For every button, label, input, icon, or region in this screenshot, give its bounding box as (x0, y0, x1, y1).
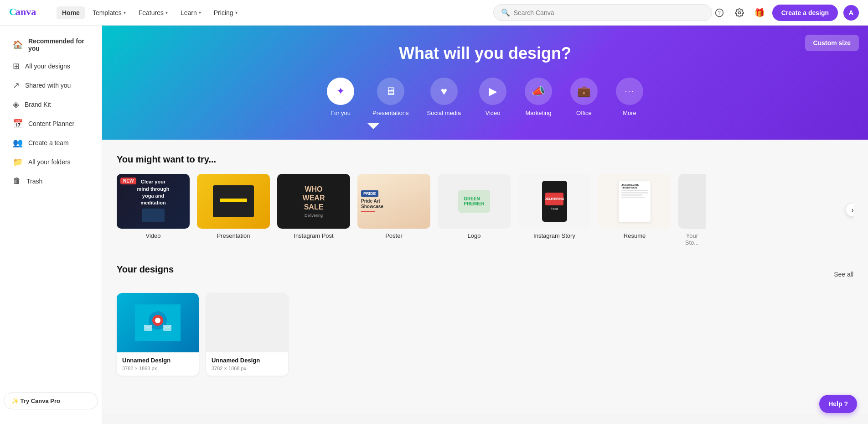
hero-banner: Custom size What will you design? ✦ For … (102, 26, 868, 140)
designs-section-title: Your designs (117, 264, 174, 275)
hero-icons-row: ✦ For you 🖥 Presentations ♥ Social m (129, 78, 841, 120)
avatar[interactable]: A (843, 5, 859, 21)
design-thumb-2 (206, 293, 288, 352)
hero-title: What will you design? (129, 44, 841, 63)
templates-row: NEW Clear yourmind throughyoga andmedita… (117, 174, 853, 246)
hero-icon-for-you[interactable]: ✦ For you (327, 78, 354, 120)
see-all-link[interactable]: See all (834, 271, 853, 278)
template-card-video[interactable]: NEW Clear yourmind throughyoga andmedita… (117, 174, 190, 246)
sidebar-item-brand-kit[interactable]: ◈ Brand Kit (4, 95, 98, 114)
hero-icon-more[interactable]: ··· More (616, 78, 643, 120)
sidebar-item-all-designs[interactable]: ⊞ All your designs (4, 57, 98, 76)
presentation-label-text: Presentation (197, 232, 270, 239)
carousel-next-button[interactable]: › (846, 204, 853, 216)
heart-icon: ♥ (441, 85, 447, 98)
template-card-your-story[interactable]: Your Sto... (678, 174, 706, 246)
team-icon: 👥 (13, 138, 23, 148)
nav-pricing[interactable]: Pricing ▾ (208, 6, 243, 19)
video-icon: ▶ (489, 85, 497, 98)
hero-icon-video[interactable]: ▶ Video (479, 78, 506, 120)
star-icon: ✦ (336, 85, 345, 97)
design-card-1[interactable]: Unnamed Design 3782 × 1868 px (117, 293, 199, 376)
topnav: C anva Home Templates ▾ Features ▾ Learn… (0, 0, 868, 26)
nav-templates[interactable]: Templates ▾ (87, 6, 131, 19)
chevron-down-icon: ▾ (235, 10, 238, 15)
poster-label-text: Poster (357, 232, 430, 239)
create-design-button[interactable]: Create a design (772, 5, 838, 21)
search-input[interactable] (514, 9, 704, 16)
gift-icon-btn[interactable]: 🎁 (752, 5, 767, 20)
help-icon-btn[interactable]: ? (712, 5, 727, 20)
nav-features[interactable]: Features ▾ (133, 6, 173, 19)
design-name-1: Unnamed Design (122, 357, 193, 364)
template-card-poster[interactable]: PRIDE Pride ArtShowcase Poster (357, 174, 430, 246)
template-card-presentation[interactable]: Presentation (197, 174, 270, 246)
custom-size-button[interactable]: Custom size (805, 35, 859, 51)
hero-icon-marketing[interactable]: 📣 Marketing (525, 78, 552, 120)
template-card-logo[interactable]: GREENPREMIER Logo (438, 174, 511, 246)
instagram-thumbnail: WHOWEARSALE Delivering (277, 174, 350, 229)
help-button[interactable]: Help ? (819, 395, 857, 413)
design-card-2[interactable]: Unnamed Design 3782 × 1868 px (206, 293, 288, 376)
brand-icon: ◈ (13, 99, 19, 110)
sidebar-item-shared[interactable]: ↗ Shared with you (4, 76, 98, 95)
presentation-icon: 🖥 (385, 85, 396, 98)
nav-learn[interactable]: Learn ▾ (175, 6, 207, 19)
social-media-icon-circle: ♥ (430, 78, 458, 105)
svg-point-4 (738, 11, 740, 14)
sidebar-item-recommended[interactable]: 🏠 Recommended for you (4, 33, 98, 57)
chevron-down-icon: ▾ (199, 10, 201, 15)
template-card-instagram[interactable]: WHOWEARSALE Delivering Instagram Post (277, 174, 350, 246)
marketing-label: Marketing (525, 110, 551, 120)
try-pro-button[interactable]: ✨ Try Canva Pro (4, 393, 98, 409)
folder-icon: 📁 (13, 157, 23, 167)
marketing-icon-circle: 📣 (525, 78, 552, 105)
presentation-thumbnail (197, 174, 270, 229)
video-icon-circle: ▶ (479, 78, 506, 105)
svg-point-8 (155, 318, 160, 323)
hero-icon-office[interactable]: 💼 Office (570, 78, 598, 120)
hero-icon-presentations[interactable]: 🖥 Presentations (372, 78, 409, 120)
chevron-down-icon: ▾ (124, 10, 126, 15)
office-icon: 💼 (577, 85, 591, 98)
hero-arrow-indicator (129, 119, 841, 126)
sidebar-item-create-team[interactable]: 👥 Create a team (4, 133, 98, 152)
home-icon: 🏠 (13, 40, 23, 50)
design-preview-svg-1 (135, 304, 181, 341)
main-content: Custom size What will you design? ✦ For … (102, 26, 868, 424)
your-story-label-text: Your Sto... (678, 232, 706, 246)
hero-icon-social-media[interactable]: ♥ Social media (427, 78, 461, 120)
design-name-2: Unnamed Design (212, 357, 283, 364)
video-thumbnail: NEW Clear yourmind throughyoga andmedita… (117, 174, 190, 229)
more-icon-circle: ··· (616, 78, 643, 105)
svg-text:anva: anva (16, 6, 36, 17)
instagram-story-label-text: Instagram Story (518, 232, 591, 239)
your-story-thumbnail (678, 174, 706, 229)
new-badge: NEW (120, 178, 136, 184)
video-label-text: Video (117, 232, 190, 239)
for-you-label: For you (331, 110, 351, 120)
sidebar-item-trash[interactable]: 🗑 Trash (4, 172, 98, 190)
logo-label-text: Logo (438, 232, 511, 239)
template-card-resume[interactable]: JACQUELINETHOMPSON Resume (598, 174, 671, 246)
more-label: More (623, 110, 636, 120)
video-label: Video (485, 110, 500, 120)
share-icon: ↗ (13, 80, 20, 90)
nav-home[interactable]: Home (57, 6, 85, 19)
settings-icon-btn[interactable] (732, 5, 747, 20)
grid-icon: ⊞ (13, 61, 20, 71)
logo-thumbnail: GREENPREMIER (438, 174, 511, 229)
template-card-instagram-story[interactable]: DELIVERING Food Instagram Story (518, 174, 591, 246)
search-bar: 🔍 (493, 4, 712, 21)
canva-logo[interactable]: C anva (9, 5, 46, 21)
design-preview-svg-2 (224, 304, 270, 341)
instagram-label-text: Instagram Post (277, 232, 350, 239)
nav-actions: ? 🎁 Create a design A (712, 5, 859, 21)
sidebar-item-folders[interactable]: 📁 All your folders (4, 152, 98, 172)
sidebar-item-content-planner[interactable]: 📅 Content Planner (4, 114, 98, 133)
design-size-1: 3782 × 1868 px (122, 366, 193, 371)
design-thumb-1 (117, 293, 199, 352)
search-icon: 🔍 (501, 8, 510, 17)
calendar-icon: 📅 (13, 119, 23, 129)
for-you-icon-circle: ✦ (327, 78, 354, 105)
